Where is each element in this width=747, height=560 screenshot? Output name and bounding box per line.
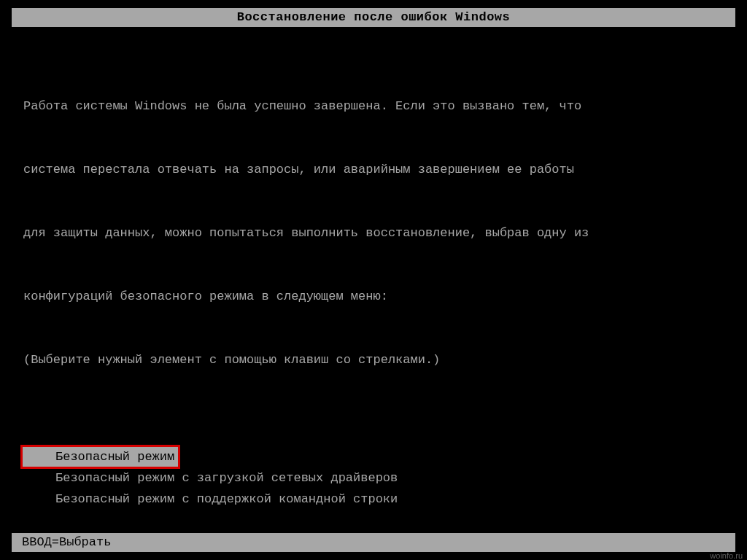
header-title: Восстановление после ошибок Windows [237, 10, 511, 24]
menu-item-safe-mode-cmd[interactable]: Безопасный режим с поддержкой командной … [23, 489, 724, 510]
error-message: Работа системы Windows не была успешно з… [23, 53, 724, 413]
error-message-line: для защиты данных, можно попытаться выпо… [23, 222, 724, 244]
footer-enter-hint: ВВОД=Выбрать [22, 535, 111, 549]
error-message-line: Работа системы Windows не была успешно з… [23, 96, 724, 117]
navigation-hint: (Выберите нужный элемент с помощью клави… [23, 349, 724, 370]
footer-bar: ВВОД=Выбрать [12, 533, 735, 552]
menu-item-safe-mode[interactable]: Безопасный режим [22, 446, 179, 467]
body-area: Работа системы Windows не была успешно з… [23, 53, 724, 560]
watermark: woinfo.ru [710, 551, 743, 560]
error-message-line: система перестала отвечать на запросы, и… [23, 159, 724, 180]
header-bar: Восстановление после ошибок Windows [12, 8, 735, 27]
menu-item-safe-mode-networking[interactable]: Безопасный режим с загрузкой сетевых дра… [23, 467, 724, 489]
menu-separator [23, 510, 724, 531]
error-message-line: конфигураций безопасного режима в следую… [23, 286, 724, 307]
